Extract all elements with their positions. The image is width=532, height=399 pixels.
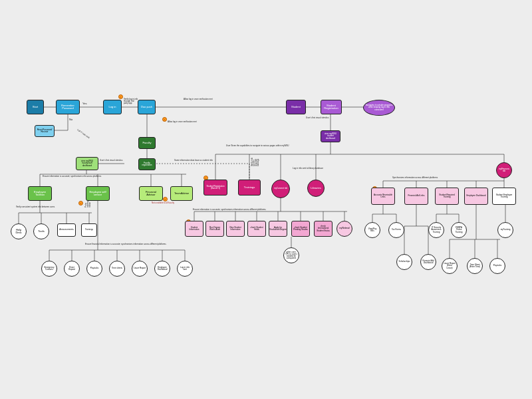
label-log-lib: Log in info sent to library database bbox=[293, 168, 332, 170]
label-same-info: Same information data base as student in… bbox=[174, 160, 221, 162]
node-help-desk: Help Desk bbox=[11, 223, 27, 239]
node-new-student: New Student Information bbox=[226, 221, 245, 237]
node-remember-password: Remember Password bbox=[56, 100, 80, 114]
label-sync3: Synchronizes information across differen… bbox=[392, 177, 505, 179]
node-emergency-contacts: Emergency Contacts bbox=[41, 261, 57, 277]
node-tax-forms: Tax Forms bbox=[388, 222, 404, 238]
node-employee-dashboard: Employee Dashboard bbox=[154, 261, 170, 277]
node-check-intl: check International Student Status bbox=[314, 221, 332, 237]
node-direct-deposit: Direct Deposit bbox=[64, 261, 80, 277]
label-nav-pages: User Given the capabilities to navigate … bbox=[226, 145, 346, 147]
node-ar-links: Accounts Receivable Links bbox=[371, 188, 395, 205]
label-verify-3rd: Verify log in info through 3rd party app bbox=[124, 98, 138, 104]
node-nav-programs: Navigates to outside programs while keep… bbox=[363, 100, 395, 116]
node-myfinances: myFinances tab bbox=[496, 162, 512, 178]
node-student-reg: Student Registration bbox=[321, 100, 342, 114]
node-view-pay: View/Pay Bills bbox=[364, 222, 380, 238]
node-emp-toolbox: Employee Toolbox bbox=[28, 186, 52, 201]
node-login: Log in bbox=[103, 100, 122, 114]
note-marker: ★ bbox=[78, 201, 83, 205]
node-paystubs2: Paystubs bbox=[489, 258, 505, 274]
note-marker: ★ bbox=[118, 94, 123, 99]
label-put-warning: Put a warning notice bbox=[85, 198, 91, 207]
node-reset-password: Reset Password/ Recover bbox=[35, 125, 55, 137]
node-duo: Duo push bbox=[138, 100, 156, 114]
label-first-visual-f: User's first visual stimulus bbox=[100, 160, 122, 162]
node-faculty: Faculty bbox=[138, 137, 156, 149]
node-announcements: Announcements bbox=[57, 223, 76, 237]
node-start: Start bbox=[27, 100, 44, 114]
node-student: Student bbox=[286, 100, 306, 114]
node-trainings-small: Trainings bbox=[81, 223, 97, 237]
node-student-reg-banner: Student Registration (Banner 9) bbox=[203, 180, 227, 196]
node-apply-grad: Apply for Graduation/Degree bbox=[269, 221, 287, 237]
node-paystubs: Paystubs bbox=[86, 261, 102, 277]
node-time-enter: Time Sheet (Enter Time) bbox=[467, 258, 483, 274]
node-faculty-reg: Faculty registration bbox=[138, 158, 156, 170]
node-mywebmail: myWebmail bbox=[336, 221, 352, 237]
node-fa-dash: Financial Aid Dashboard bbox=[420, 254, 436, 270]
node-fin-advisor: Financial Advisor bbox=[139, 186, 163, 201]
node-fa-links: Financial Aid Links bbox=[404, 188, 428, 205]
node-leave-enter: Leave Report (Enter Leave) bbox=[442, 258, 458, 274]
node-student-info: Student Information bbox=[185, 221, 203, 237]
node-student-emp-training: Student Employee Training bbox=[492, 188, 516, 205]
node-check-pending: check Student Pending Grades bbox=[291, 221, 310, 237]
node-student-training: Student Required Training bbox=[435, 188, 459, 205]
node-mytraining: myTraining bbox=[497, 222, 513, 238]
node-other-conn: other conn. OR no conns needed for subsy… bbox=[283, 247, 299, 263]
node-leave-report: Leave Report bbox=[132, 261, 148, 277]
node-trainings: Trainings bbox=[238, 180, 261, 196]
label-verify-trainings: Verify info sent for required trainings bbox=[251, 156, 260, 166]
node-login-info-ess: Log in info sent bbox=[177, 261, 193, 277]
node-tools: Tools bbox=[33, 223, 49, 239]
label-no: No bbox=[69, 118, 72, 121]
flowchart-canvas: ★ ★ ★ ★ ★ ★ ★ Start Remember Password Lo… bbox=[0, 0, 532, 399]
node-check-holds: check Student Holds bbox=[247, 221, 266, 237]
node-view-student-dash: view myWSU student dashboard bbox=[321, 130, 340, 142]
label-allow-login2: Allow log in once verification met bbox=[168, 121, 207, 123]
label-first-visual-s: User's first visual stimulus bbox=[306, 117, 329, 119]
label-sync1: Ensure information is accurate; synchron… bbox=[43, 176, 149, 178]
node-libraries: Libraries bbox=[307, 180, 325, 197]
node-it-sec: IT Security Awareness Training bbox=[428, 222, 444, 238]
note-marker: ★ bbox=[163, 197, 168, 201]
note-marker: ★ bbox=[162, 117, 167, 122]
label-allow-login: Allow log in once verification met bbox=[184, 98, 237, 100]
node-time-sheets: Time sheets bbox=[109, 261, 125, 277]
label-sync-fin: Ensure financial information is accurate… bbox=[85, 243, 192, 245]
label-verify-consistent: Verify consistent system info between us… bbox=[16, 206, 89, 208]
node-scholarships: Scholarships bbox=[396, 254, 412, 270]
node-ferpa: FERPA Online Training bbox=[451, 222, 467, 238]
node-emp-dash: Employee Dashboard bbox=[464, 188, 488, 205]
node-view-faculty-dash: view myWSU faculty/staff dashboard bbox=[76, 157, 98, 170]
node-teamadvise: TeamAdvise bbox=[170, 186, 193, 201]
node-myconnect: myConnect tab bbox=[271, 180, 290, 198]
node-degree-works: Run Degree Works Audit bbox=[205, 221, 224, 237]
label-not-available: Not available to all faculty bbox=[152, 202, 178, 204]
label-sync2: Ensure information is accurate; synchron… bbox=[193, 209, 326, 211]
label-yes: Yes bbox=[82, 102, 87, 105]
